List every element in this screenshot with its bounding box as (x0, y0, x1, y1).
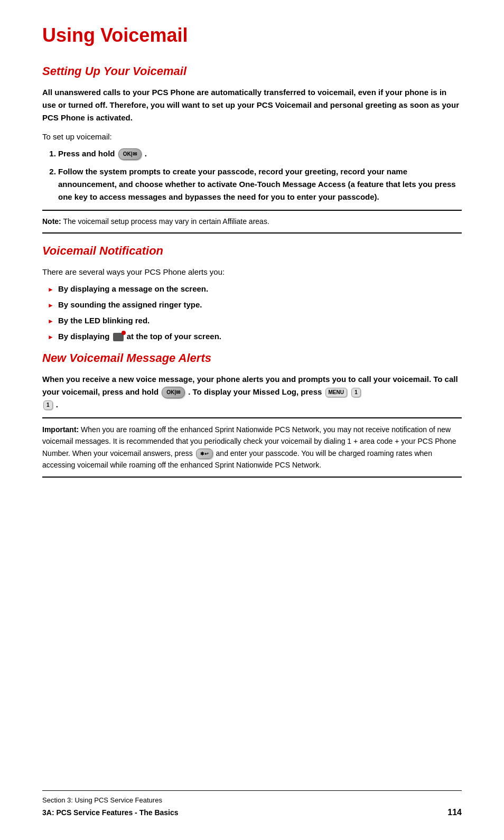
note-label: Note: (42, 217, 61, 226)
footer-bottom: 3A: PCS Service Features - The Basics 11… (42, 806, 462, 819)
bullet-3: ► By the LED blinking red. (48, 314, 462, 327)
note-text: The voicemail setup process may vary in … (63, 217, 269, 226)
message-icon (113, 333, 124, 341)
step-1-text: Press and hold OK|✉ . (58, 149, 147, 158)
section-heading-setup: Setting Up Your Voicemail (42, 62, 462, 80)
note-box-setup: Note: The voicemail setup process may va… (42, 210, 462, 234)
section-heading-alerts: New Voicemail Message Alerts (42, 349, 462, 367)
num-1-key-2: 1 (43, 400, 53, 410)
bullet-1-text: By displaying a message on the screen. (58, 283, 208, 295)
talk-key: ✱↩ (196, 449, 213, 459)
bullet-2: ► By sounding the assigned ringer type. (48, 298, 462, 311)
notification-bullets: ► By displaying a message on the screen.… (48, 283, 462, 343)
important-box: Important: When you are roaming off the … (42, 417, 462, 478)
footer-chapter-label: 3A: PCS Service Features - The Basics (42, 807, 179, 818)
section-heading-notification: Voicemail Notification (42, 242, 462, 259)
ok-key-2: OK|✉ (162, 387, 185, 398)
bullet-arrow-1: ► (48, 285, 54, 295)
bullet-4-text: By displaying at the top of your screen. (58, 330, 221, 343)
step-1: Press and hold OK|✉ . (58, 147, 462, 160)
step-2: Follow the system prompts to create your… (58, 165, 462, 203)
section-setting-up: Setting Up Your Voicemail All unanswered… (42, 62, 462, 203)
section-new-alerts: New Voicemail Message Alerts When you re… (42, 349, 462, 411)
num-1-key-1: 1 (351, 388, 361, 397)
bullet-1: ► By displaying a message on the screen. (48, 283, 462, 295)
page-title: Using Voicemail (42, 21, 462, 50)
setup-intro: All unanswered calls to your PCS Phone a… (42, 86, 462, 124)
ok-key: OK|✉ (118, 148, 142, 160)
important-text: When you are roaming off the enhanced Sp… (42, 425, 456, 469)
important-label: Important: (42, 425, 79, 434)
alerts-body: When you receive a new voice message, yo… (42, 373, 462, 411)
bullet-3-text: By the LED blinking red. (58, 314, 150, 327)
menu-key: MENU (325, 388, 347, 397)
bullet-arrow-4: ► (48, 332, 54, 342)
section-notification: Voicemail Notification There are several… (42, 242, 462, 343)
notification-intro: There are several ways your PCS Phone al… (42, 266, 462, 278)
bullet-2-text: By sounding the assigned ringer type. (58, 298, 202, 311)
footer-section-label: Section 3: Using PCS Service Features (42, 795, 462, 806)
bullet-4: ► By displaying at the top of your scree… (48, 330, 462, 343)
footer-page-number: 114 (447, 806, 462, 819)
setup-label: To set up voicemail: (42, 130, 462, 143)
footer: Section 3: Using PCS Service Features 3A… (42, 790, 462, 819)
bullet-arrow-3: ► (48, 316, 54, 326)
footer-divider (42, 790, 462, 791)
bullet-arrow-2: ► (48, 301, 54, 311)
setup-steps: Press and hold OK|✉ . Follow the system … (58, 147, 462, 203)
